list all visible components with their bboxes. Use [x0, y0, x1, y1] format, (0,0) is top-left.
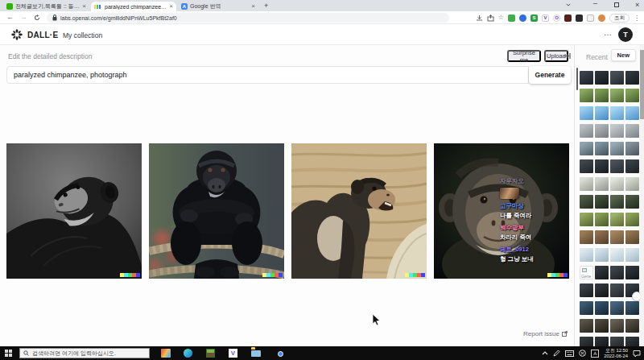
tab-close-icon[interactable]: ×	[251, 3, 255, 10]
extension-icon[interactable]	[508, 14, 515, 22]
minecraft-icon[interactable]	[206, 349, 215, 358]
recent-thumbnail[interactable]	[625, 159, 639, 173]
tab-close-icon[interactable]: ×	[169, 3, 173, 10]
tab-blog[interactable]: 전체글보기,목록을 :: 통합 게시판 ×	[3, 2, 89, 11]
tab-dalle-active[interactable]: paralyzed chimpanzee, photograph ×	[91, 2, 176, 11]
recent-thumbnail[interactable]	[610, 230, 624, 244]
generate-button[interactable]: Generate	[529, 66, 571, 84]
extension-icon[interactable]: S	[530, 14, 538, 22]
surprise-me-button[interactable]: Surprise me	[507, 50, 541, 62]
window-close-button[interactable]: ×	[635, 1, 639, 9]
recent-thumbnail[interactable]	[610, 142, 624, 155]
recent-thumbnail[interactable]	[610, 319, 624, 333]
recent-thumbnail[interactable]	[580, 71, 593, 85]
recent-thumbnail[interactable]	[595, 319, 609, 333]
touch-keyboard-icon[interactable]	[565, 350, 574, 357]
recent-thumbnail[interactable]	[595, 230, 609, 244]
collapse-panel-icon[interactable]	[564, 52, 571, 60]
window-minimize-button[interactable]: –	[593, 0, 597, 7]
ime-indicator[interactable]: A	[591, 350, 599, 358]
recent-thumbnail[interactable]	[580, 195, 593, 209]
recent-thumbnail[interactable]	[595, 177, 609, 191]
recent-thumbnail[interactable]	[580, 283, 593, 297]
recent-thumbnail[interactable]	[625, 248, 639, 262]
tab-close-icon[interactable]: ×	[82, 3, 86, 10]
save-page-icon[interactable]	[476, 14, 483, 22]
report-issue-link[interactable]: Report issue	[523, 330, 568, 337]
recent-thumbnail[interactable]	[610, 106, 624, 120]
recent-thumbnail[interactable]	[625, 213, 639, 226]
taskbar-search[interactable]: 검색하려면 여기에 입력하십시오.	[19, 348, 150, 358]
back-icon[interactable]: ←	[6, 13, 14, 21]
game-app-icon[interactable]	[161, 349, 171, 358]
reload-icon[interactable]	[34, 14, 40, 21]
recent-thumbnail[interactable]	[580, 124, 593, 138]
taskbar-clock[interactable]: 오전 12:50 2022-06-24	[604, 348, 628, 358]
recent-thumbnail[interactable]	[610, 213, 624, 226]
share-icon[interactable]	[487, 14, 494, 22]
recent-thumbnail[interactable]	[595, 213, 609, 226]
action-center-icon[interactable]	[633, 350, 641, 358]
recent-thumbnail[interactable]	[595, 301, 609, 315]
generated-image-1[interactable]	[6, 143, 142, 279]
recent-thumbnail[interactable]	[595, 248, 609, 262]
recent-thumbnail[interactable]	[625, 71, 639, 85]
recent-thumbnail[interactable]	[580, 213, 593, 226]
recent-thumbnail[interactable]	[625, 266, 639, 279]
start-button[interactable]	[5, 350, 12, 357]
generated-image-3[interactable]	[291, 143, 427, 279]
recent-thumbnail[interactable]	[610, 177, 624, 191]
url-bar[interactable]: labs.openai.com/e/gmlllddNiPnWLu5PkfBt2a…	[47, 13, 449, 23]
recent-thumbnail[interactable]	[625, 124, 639, 138]
recent-thumbnail[interactable]	[595, 106, 609, 120]
recent-thumbnail[interactable]	[625, 89, 639, 102]
recent-thumbnail[interactable]	[580, 106, 593, 120]
recent-thumbnail[interactable]	[580, 301, 593, 315]
recent-thumbnail[interactable]	[580, 89, 593, 102]
recent-thumbnail[interactable]	[625, 230, 639, 244]
recent-thumbnail[interactable]	[610, 124, 624, 138]
new-generation-button[interactable]: New	[611, 49, 636, 61]
recent-thumbnail[interactable]	[595, 195, 609, 209]
recent-thumbnail[interactable]	[610, 301, 624, 315]
bookmark-star-icon[interactable]: ☆	[498, 14, 504, 22]
recent-thumbnail[interactable]	[580, 177, 593, 191]
recent-thumbnail[interactable]	[625, 106, 639, 120]
recent-thumbnail[interactable]	[610, 195, 624, 209]
recent-thumbnail[interactable]	[610, 248, 624, 262]
scrollbar-thumb[interactable]	[640, 50, 644, 119]
recent-thumbnail[interactable]	[610, 283, 624, 297]
extension-icon[interactable]	[576, 14, 583, 22]
extension-icon[interactable]	[519, 14, 526, 22]
sidebar-scrollbar[interactable]	[640, 45, 644, 346]
profile-chip[interactable]: 조희	[609, 14, 630, 23]
prompt-input[interactable]	[6, 66, 529, 84]
recent-thumbnail[interactable]	[595, 142, 609, 155]
tab-google-translate[interactable]: A Google 번역 ×	[178, 2, 258, 11]
recent-thumbnail[interactable]	[625, 177, 639, 191]
extension-icon[interactable]: O	[553, 14, 560, 22]
v-app-icon[interactable]: V	[229, 349, 237, 358]
recent-thumbnail[interactable]	[625, 319, 639, 333]
recent-thumbnail[interactable]	[625, 195, 639, 209]
header-overflow-menu[interactable]: …	[604, 28, 612, 37]
recent-thumbnail[interactable]	[595, 159, 609, 173]
edge-icon[interactable]	[184, 349, 192, 358]
generated-image-4[interactable]: 자우자오고구마상나를 죽여라백수광부차라리 죽여페토_0912형 그냥 보내	[434, 143, 569, 279]
extension-icon[interactable]	[564, 14, 572, 22]
extension-icon[interactable]	[587, 14, 594, 22]
status-circle-icon[interactable]	[579, 350, 586, 357]
recent-thumbnail[interactable]	[610, 266, 624, 279]
tab-search-chevron-icon[interactable]	[566, 3, 571, 6]
generated-image-2[interactable]	[149, 143, 284, 279]
recent-thumbnail[interactable]	[595, 266, 609, 279]
forward-icon[interactable]: →	[20, 13, 27, 21]
user-avatar[interactable]: T	[618, 27, 633, 42]
recent-thumbnail[interactable]	[595, 71, 609, 85]
recent-thumbnail[interactable]: Gene	[580, 266, 593, 279]
recent-thumbnail[interactable]	[610, 159, 624, 173]
recent-thumbnail[interactable]	[580, 248, 593, 262]
new-tab-button[interactable]: +	[264, 2, 268, 10]
extension-icon[interactable]: V	[542, 14, 549, 22]
extension-icon[interactable]	[598, 14, 605, 22]
